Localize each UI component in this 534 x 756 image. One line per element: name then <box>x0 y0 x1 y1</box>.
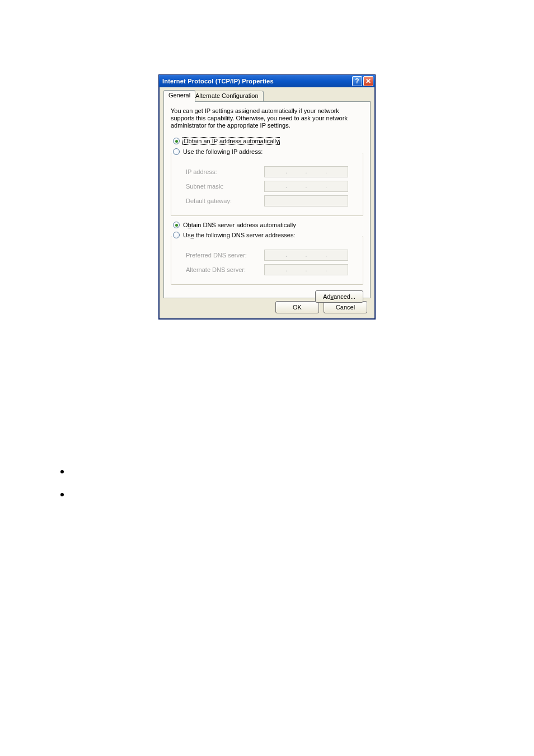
tab-general[interactable]: General <box>163 90 195 102</box>
close-button[interactable]: ✕ <box>363 76 373 86</box>
description-text: You can get IP settings assigned automat… <box>171 107 363 129</box>
radio-obtain-dns-auto-label: Obtain DNS server address automatically <box>183 222 296 228</box>
tabstrip: General Alternate Configuration <box>163 91 371 102</box>
ip-fields-group: IP address: ... Subnet mask: ... Default… <box>171 153 363 216</box>
radio-icon <box>173 222 180 228</box>
tcpip-properties-dialog: Internet Protocol (TCP/IP) Properties ? … <box>158 74 376 320</box>
radio-obtain-dns-auto[interactable]: Obtain DNS server address automatically <box>173 222 363 228</box>
help-icon: ? <box>355 77 359 85</box>
ok-button[interactable]: OK <box>275 301 319 313</box>
advanced-button[interactable]: Advanced... <box>315 290 363 303</box>
dns-fields-group: Preferred DNS server: ... Alternate DNS … <box>171 236 363 285</box>
window-title: Internet Protocol (TCP/IP) Properties <box>162 78 274 84</box>
cancel-button-label: Cancel <box>336 304 355 311</box>
radio-obtain-ip-auto-label: Obtain an IP address automatically <box>182 137 280 145</box>
advanced-button-label: Advanced... <box>323 293 355 300</box>
bullet-1 <box>60 470 64 473</box>
alternate-dns-label: Alternate DNS server: <box>186 266 264 273</box>
tab-general-label: General <box>168 92 190 98</box>
radio-icon <box>173 138 180 144</box>
preferred-dns-input: ... <box>264 250 348 261</box>
radio-obtain-ip-auto[interactable]: Obtain an IP address automatically <box>173 137 363 145</box>
default-gateway-label: Default gateway: <box>186 198 264 204</box>
alternate-dns-input: ... <box>264 264 348 275</box>
subnet-mask-label: Subnet mask: <box>186 183 264 190</box>
titlebar[interactable]: Internet Protocol (TCP/IP) Properties ? … <box>159 75 375 87</box>
tab-alternate-configuration[interactable]: Alternate Configuration <box>190 91 264 101</box>
bullet-2 <box>60 493 64 496</box>
help-button[interactable]: ? <box>352 76 362 86</box>
cancel-button[interactable]: Cancel <box>324 301 367 313</box>
close-icon: ✕ <box>366 77 371 85</box>
tabpanel-general: You can get IP settings assigned automat… <box>163 101 371 298</box>
preferred-dns-label: Preferred DNS server: <box>186 252 264 259</box>
subnet-mask-input: ... <box>264 181 348 192</box>
default-gateway-input: ... <box>264 195 348 206</box>
ip-address-input: ... <box>264 166 348 177</box>
tab-alternate-label: Alternate Configuration <box>195 92 259 99</box>
ip-address-label: IP address: <box>186 168 264 175</box>
ok-button-label: OK <box>293 304 302 311</box>
